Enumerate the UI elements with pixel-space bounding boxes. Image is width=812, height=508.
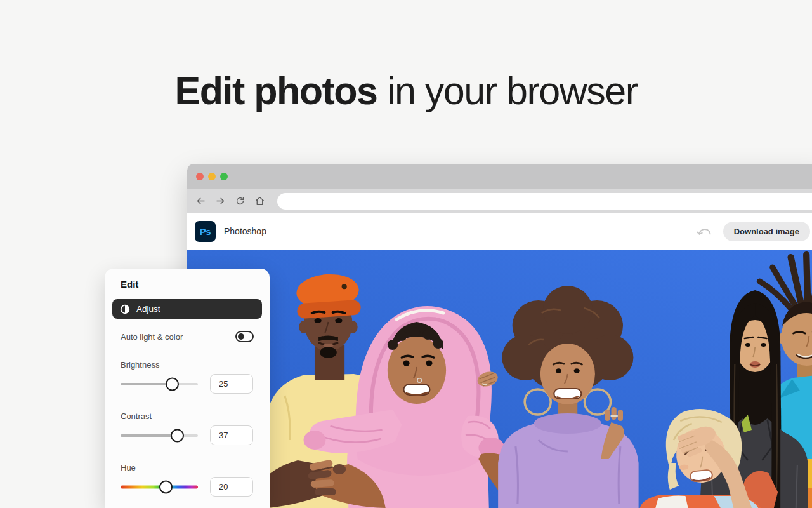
- brightness-value-input[interactable]: [210, 374, 253, 394]
- auto-light-color-toggle[interactable]: [235, 331, 254, 342]
- hue-value-input[interactable]: [210, 477, 253, 497]
- group-photo-illustration: [187, 250, 812, 508]
- reload-icon: [235, 196, 246, 206]
- close-window-button[interactable]: [196, 173, 204, 180]
- maximize-window-button[interactable]: [220, 173, 228, 180]
- page-title: Edit photos in your browser: [0, 69, 812, 113]
- forward-button[interactable]: [212, 193, 228, 210]
- edit-panel: Edit Adjust Auto light & color Brightnes…: [105, 269, 270, 508]
- contrast-slider[interactable]: [121, 429, 198, 443]
- app-title: Photoshop: [224, 226, 266, 236]
- home-button[interactable]: [251, 193, 268, 210]
- slider-track-fill: [121, 434, 177, 437]
- address-bar-input[interactable]: [277, 193, 812, 210]
- contrast-circle-icon: [120, 304, 130, 314]
- hue-slider[interactable]: [121, 480, 198, 494]
- adjust-button[interactable]: Adjust: [112, 299, 262, 319]
- browser-navbar: [187, 189, 812, 213]
- panel-title: Edit: [121, 279, 254, 290]
- photo-canvas: [187, 250, 812, 508]
- hue-label: Hue: [121, 463, 254, 472]
- hue-slider-knob[interactable]: [159, 480, 173, 493]
- home-icon: [254, 196, 265, 206]
- brightness-slider-knob[interactable]: [166, 377, 179, 391]
- minimize-window-button[interactable]: [208, 173, 216, 180]
- auto-light-color-row: Auto light & color: [121, 331, 254, 342]
- reload-button[interactable]: [232, 193, 248, 210]
- adjust-button-label: Adjust: [136, 304, 160, 314]
- contrast-slider-knob[interactable]: [171, 429, 184, 442]
- photoshop-logo: Ps: [195, 221, 216, 242]
- brightness-control: Brightness: [121, 360, 254, 394]
- browser-window: Ps Photoshop Download image: [187, 164, 812, 508]
- revert-arrow-icon: [697, 225, 712, 237]
- forward-arrow-icon: [215, 196, 226, 206]
- back-button[interactable]: [192, 193, 209, 210]
- contrast-label: Contrast: [121, 411, 254, 421]
- brightness-slider[interactable]: [121, 377, 198, 391]
- photoshop-appbar: Ps Photoshop Download image: [187, 213, 812, 250]
- revert-button[interactable]: [697, 224, 713, 238]
- hue-control: Hue: [121, 463, 254, 497]
- back-arrow-icon: [195, 196, 206, 206]
- page-title-bold: Edit photos: [175, 69, 377, 112]
- browser-titlebar: [187, 164, 812, 189]
- contrast-value-input[interactable]: [210, 425, 253, 445]
- contrast-control: Contrast: [121, 411, 254, 445]
- brightness-label: Brightness: [121, 360, 254, 370]
- page-title-regular: in your browser: [377, 69, 638, 112]
- slider-track-fill: [121, 383, 173, 385]
- download-image-button[interactable]: Download image: [723, 222, 810, 241]
- toggle-knob: [238, 333, 244, 340]
- auto-light-color-label: Auto light & color: [121, 332, 183, 342]
